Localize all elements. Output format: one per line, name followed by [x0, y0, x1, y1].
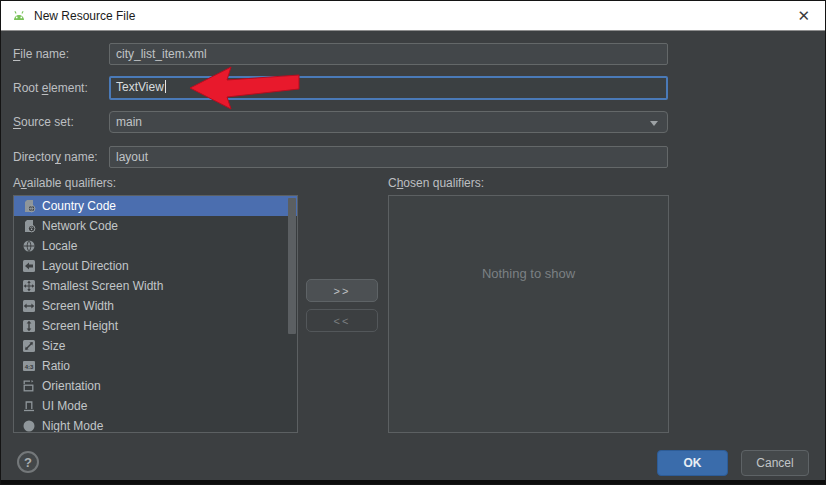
text-caret: [165, 80, 166, 93]
qualifier-label: Screen Height: [42, 319, 118, 333]
orientation-icon: [22, 379, 36, 393]
root-element-label: Root element:: [13, 77, 88, 99]
source-set-label: Source set:: [13, 111, 74, 133]
android-icon: [11, 8, 27, 24]
available-qualifiers-list[interactable]: Country CodeNetwork CodeLocaleLayout Dir…: [13, 195, 298, 433]
directory-name-input[interactable]: layout: [109, 146, 668, 168]
ratio-icon: 4:3: [22, 359, 36, 373]
available-qualifiers-header: Available qualifiers:: [13, 175, 116, 191]
chosen-qualifiers-panel[interactable]: Nothing to show: [388, 195, 669, 433]
qualifier-label: Layout Direction: [42, 259, 129, 273]
chosen-qualifiers-header: Chosen qualifiers:: [388, 175, 484, 191]
remove-qualifier-button[interactable]: <<: [306, 309, 378, 332]
qualifier-label: Size: [42, 339, 65, 353]
qualifier-row-night-mode[interactable]: Night Mode: [14, 416, 297, 433]
qualifier-row-screen-height[interactable]: Screen Height: [14, 316, 297, 336]
size-icon: [22, 339, 36, 353]
file-name-value: city_list_item.xml: [116, 47, 207, 61]
file-name-label: File name:: [13, 43, 69, 65]
country-code-icon: [22, 199, 36, 213]
directory-name-label: Directory name:: [13, 146, 98, 168]
qualifier-row-orientation[interactable]: Orientation: [14, 376, 297, 396]
nothing-to-show-text: Nothing to show: [389, 266, 668, 281]
qualifier-label: Orientation: [42, 379, 101, 393]
window-bottom-edge: [1, 480, 825, 484]
qualifier-row-smallest-screen-width[interactable]: Smallest Screen Width: [14, 276, 297, 296]
chevron-down-icon: [650, 121, 658, 126]
qualifier-label: Smallest Screen Width: [42, 279, 163, 293]
new-resource-file-dialog: New Resource File ✕ File name: city_list…: [0, 0, 826, 485]
titlebar: New Resource File ✕: [1, 1, 825, 31]
qualifier-row-ui-mode[interactable]: UI Mode: [14, 396, 297, 416]
screen-width-icon: [22, 299, 36, 313]
smallest-screen-width-icon: [22, 279, 36, 293]
svg-text:4:3: 4:3: [25, 364, 34, 370]
qualifier-label: Night Mode: [42, 419, 103, 433]
qualifier-label: Network Code: [42, 219, 118, 233]
source-set-value: main: [116, 112, 142, 132]
qualifier-row-network-code[interactable]: Network Code: [14, 216, 297, 236]
qualifier-row-ratio[interactable]: 4:3Ratio: [14, 356, 297, 376]
network-code-icon: [22, 219, 36, 233]
ui-mode-icon: [22, 399, 36, 413]
qualifier-label: UI Mode: [42, 399, 87, 413]
qualifier-label: Ratio: [42, 359, 70, 373]
ok-button[interactable]: OK: [657, 450, 728, 476]
qualifier-row-locale[interactable]: Locale: [14, 236, 297, 256]
root-element-input[interactable]: TextView: [109, 76, 668, 100]
qualifier-row-size[interactable]: Size: [14, 336, 297, 356]
qualifier-label: Locale: [42, 239, 77, 253]
layout-direction-icon: [22, 259, 36, 273]
window-title: New Resource File: [34, 9, 135, 23]
directory-name-value: layout: [116, 150, 148, 164]
cancel-button[interactable]: Cancel: [741, 450, 809, 476]
qualifier-row-country-code[interactable]: Country Code: [14, 196, 297, 216]
qualifier-row-screen-width[interactable]: Screen Width: [14, 296, 297, 316]
close-icon[interactable]: ✕: [793, 1, 814, 31]
help-button[interactable]: ?: [17, 451, 39, 473]
screen-height-icon: [22, 319, 36, 333]
add-qualifier-button[interactable]: >>: [306, 279, 378, 302]
night-mode-icon: [22, 419, 36, 433]
locale-icon: [22, 239, 36, 253]
qualifier-row-layout-direction[interactable]: Layout Direction: [14, 256, 297, 276]
source-set-select[interactable]: main: [109, 111, 668, 133]
scrollbar-thumb[interactable]: [288, 198, 296, 334]
qualifier-label: Country Code: [42, 199, 116, 213]
qualifier-label: Screen Width: [42, 299, 114, 313]
file-name-input[interactable]: city_list_item.xml: [109, 43, 668, 65]
root-element-value: TextView: [116, 80, 164, 94]
